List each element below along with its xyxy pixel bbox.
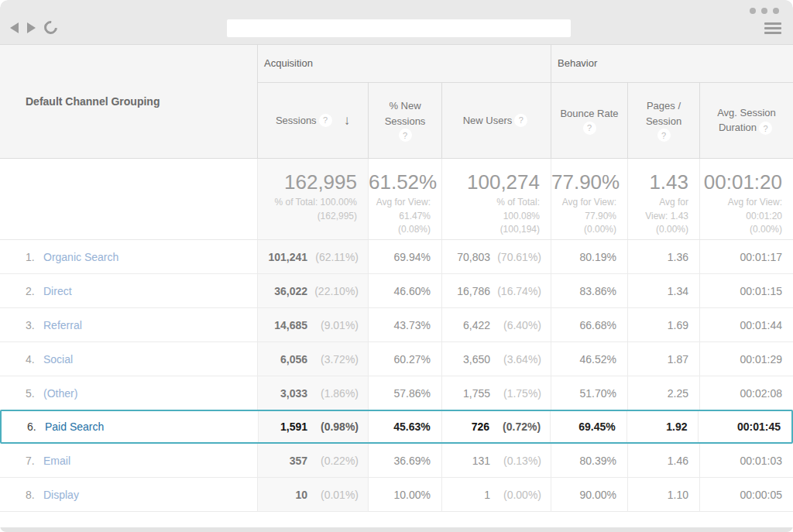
table-row: 1. Organic Search 101,241 (62.11%) 69.94… [0, 240, 793, 274]
column-header-sessions[interactable]: Sessions ? ↓ [257, 83, 368, 158]
row-number: 7. [26, 455, 43, 467]
channel-link[interactable]: (Other) [43, 387, 77, 400]
channel-link[interactable]: Referral [43, 319, 82, 331]
avg-duration-cell: 00:02:08 [699, 376, 793, 410]
table-header: Default Channel Grouping Acquisition Beh… [0, 45, 793, 159]
sessions-percent: (22.10%) [307, 285, 359, 297]
help-icon[interactable]: ? [583, 122, 596, 135]
table-row: 8. Display 10 (0.01%) 10.00% 1 (0.00%) 9… [0, 478, 793, 512]
sessions-percent: (0.22%) [307, 455, 359, 467]
summary-pages-session: 1.43 Avg for View: 1.43 (0.00%) [627, 159, 699, 239]
help-icon[interactable]: ? [759, 122, 772, 135]
channel-cell: 3. Referral [0, 308, 257, 342]
sessions-cell: 357 (0.22%) [257, 444, 368, 477]
refresh-icon[interactable] [42, 19, 60, 37]
table-row: 4. Social 6,056 (3.72%) 60.27% 3,650 (3.… [0, 342, 793, 376]
sessions-value: 3,033 [258, 387, 307, 400]
column-header-new-sessions[interactable]: % New Sessions ? [368, 83, 441, 158]
sessions-percent: (0.01%) [307, 489, 359, 501]
pages-session-cell: 1.69 [627, 308, 699, 342]
new-users-cell: 3,650 (3.64%) [441, 342, 551, 376]
help-icon[interactable]: ? [514, 114, 527, 127]
forward-icon[interactable] [27, 22, 36, 33]
back-icon[interactable] [10, 22, 19, 33]
row-number: 1. [26, 251, 43, 263]
new-sessions-cell: 45.63% [368, 411, 441, 442]
new-users-percent: (6.40%) [490, 319, 541, 331]
address-bar[interactable] [227, 19, 571, 37]
row-number: 3. [26, 319, 43, 331]
new-users-cell: 726 (0.72%) [441, 411, 550, 442]
pages-session-cell: 1.34 [627, 274, 699, 307]
summary-row: 162,995 % of Total: 100.00% (162,995) 61… [0, 159, 793, 240]
sort-descending-icon[interactable]: ↓ [344, 111, 351, 131]
new-users-percent: (0.13%) [490, 455, 541, 467]
column-header-new-users[interactable]: New Users ? [441, 83, 551, 158]
row-number: 6. [27, 420, 45, 433]
new-users-value: 16,786 [442, 285, 490, 297]
sessions-cell: 14,685 (9.01%) [257, 308, 368, 342]
sessions-value: 357 [258, 455, 307, 467]
sessions-cell: 36,022 (22.10%) [257, 274, 368, 307]
sessions-value: 6,056 [258, 353, 307, 366]
channel-cell: 7. Email [0, 444, 257, 477]
help-icon[interactable]: ? [399, 129, 412, 142]
summary-new-users: 100,274 % of Total: 100.08% (100,194) [441, 159, 551, 239]
bounce-rate-cell: 69.45% [550, 411, 627, 442]
table-row: 6. Paid Search 1,591 (0.98%) 45.63% 726 … [0, 410, 793, 444]
channel-cell: 8. Display [0, 478, 257, 511]
new-users-value: 6,422 [442, 319, 490, 331]
table-row: 3. Referral 14,685 (9.01%) 43.73% 6,422 … [0, 308, 793, 342]
bounce-rate-cell: 46.52% [551, 342, 627, 376]
new-users-percent: (70.61%) [490, 251, 541, 263]
browser-window: Default Channel Grouping Acquisition Beh… [0, 0, 793, 532]
help-icon[interactable]: ? [657, 129, 671, 142]
summary-sessions: 162,995 % of Total: 100.00% (162,995) [257, 159, 368, 239]
column-header-channel-grouping[interactable]: Default Channel Grouping [0, 45, 257, 158]
bounce-rate-cell: 80.19% [551, 240, 627, 273]
new-sessions-cell: 43.73% [368, 308, 441, 342]
sessions-percent: (1.86%) [307, 387, 359, 400]
bounce-rate-cell: 66.68% [551, 308, 627, 342]
new-sessions-cell: 69.94% [368, 240, 441, 273]
new-users-cell: 16,786 (16.74%) [441, 274, 551, 307]
summary-avg-duration: 00:01:20 Avg for View: 00:01:20 (0.00%) [699, 159, 793, 239]
bounce-rate-cell: 51.70% [551, 376, 627, 410]
browser-chrome [0, 0, 793, 45]
row-number: 4. [26, 353, 43, 366]
channel-link[interactable]: Organic Search [43, 251, 118, 263]
bounce-rate-cell: 83.86% [551, 274, 627, 307]
channel-link[interactable]: Paid Search [45, 420, 104, 433]
new-users-value: 1 [442, 489, 490, 501]
sessions-percent: (3.72%) [307, 353, 359, 366]
table-row: 2. Direct 36,022 (22.10%) 46.60% 16,786 … [0, 274, 793, 308]
new-sessions-cell: 10.00% [368, 478, 441, 511]
bounce-rate-cell: 90.00% [551, 478, 627, 511]
menu-icon[interactable] [764, 22, 781, 36]
help-icon[interactable]: ? [319, 114, 332, 127]
table-row: 7. Email 357 (0.22%) 36.69% 131 (0.13%) … [0, 444, 793, 478]
new-sessions-cell: 60.27% [368, 342, 441, 376]
sessions-value: 101,241 [258, 251, 307, 263]
avg-duration-cell: 00:01:17 [699, 240, 793, 273]
new-users-percent: (16.74%) [490, 285, 541, 297]
channel-link[interactable]: Social [43, 353, 73, 366]
row-number: 2. [26, 285, 43, 297]
column-header-bounce-rate[interactable]: Bounce Rate ? [551, 83, 627, 158]
sessions-cell: 101,241 (62.11%) [257, 240, 368, 273]
summary-new-sessions: 61.52% Avg for View: 61.47% (0.08%) [368, 159, 441, 239]
new-users-value: 3,650 [442, 353, 490, 366]
pages-session-cell: 2.25 [627, 376, 699, 410]
channel-link[interactable]: Display [43, 489, 79, 501]
row-number: 5. [26, 387, 43, 400]
channel-link[interactable]: Direct [43, 285, 72, 297]
pages-session-cell: 1.36 [627, 240, 699, 273]
new-users-cell: 1 (0.00%) [441, 478, 551, 511]
column-header-avg-duration[interactable]: Avg. Session Duration? [699, 83, 793, 158]
channel-cell: 4. Social [0, 342, 257, 376]
new-users-value: 1,755 [442, 387, 490, 400]
new-users-percent: (0.72%) [489, 420, 541, 433]
column-header-pages-session[interactable]: Pages / Session ? [627, 83, 699, 158]
channel-link[interactable]: Email [43, 455, 70, 467]
new-users-value: 70,803 [442, 251, 490, 263]
